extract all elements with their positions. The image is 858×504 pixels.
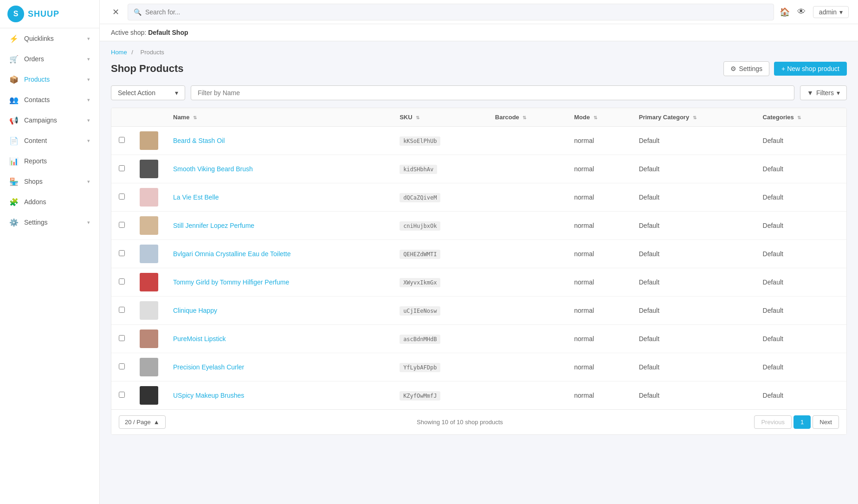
product-name-link[interactable]: Precision Eyelash Curler — [173, 363, 244, 371]
next-button[interactable]: Next — [813, 415, 839, 429]
filters-button[interactable]: ▼ Filters ▾ — [800, 85, 847, 100]
sidebar-item-shops[interactable]: 🏪 Shops ▾ — [0, 171, 99, 192]
logo-area: S SHUUP — [0, 0, 99, 28]
product-name-link[interactable]: USpicy Makeup Brushes — [173, 392, 244, 399]
product-name-link[interactable]: Bvlgari Omnia Crystalline Eau de Toilett… — [173, 250, 290, 258]
product-mode-cell: normal — [567, 297, 632, 325]
close-button[interactable]: ✕ — [109, 6, 122, 19]
product-barcode-cell — [488, 353, 567, 381]
product-mode-cell: normal — [567, 183, 632, 212]
sidebar-item-addons[interactable]: 🧩 Addons — [0, 192, 99, 212]
admin-menu-button[interactable]: admin ▾ — [813, 6, 849, 18]
product-sku-cell: cniHujbxOk — [392, 212, 488, 240]
sidebar-item-reports[interactable]: 📊 Reports — [0, 151, 99, 171]
product-primary-category-cell: Default — [632, 155, 755, 183]
col-primary-category[interactable]: Primary Category ⇅ — [632, 108, 755, 127]
sku-badge: uCjIEeNosw — [400, 306, 440, 316]
col-name[interactable]: Name ⇅ — [166, 108, 392, 127]
chevron-down-icon: ▾ — [87, 97, 90, 103]
chevron-down-icon: ▾ — [87, 138, 90, 144]
row-checkbox[interactable] — [119, 335, 125, 341]
row-checkbox[interactable] — [119, 307, 125, 313]
previous-button[interactable]: Previous — [754, 415, 792, 429]
per-page-button[interactable]: 20 / Page ▲ — [119, 415, 166, 429]
row-checkbox[interactable] — [119, 363, 125, 369]
product-image — [140, 330, 158, 348]
table-row: USpicy Makeup Brushes KZyfOwMmfJ normal … — [111, 381, 846, 410]
product-image-cell — [132, 268, 166, 297]
search-input[interactable] — [145, 8, 768, 16]
product-name-link[interactable]: Smooth Viking Beard Brush — [173, 165, 253, 173]
settings-button[interactable]: ⚙ Settings — [723, 61, 770, 76]
sidebar-item-label: Settings — [24, 219, 48, 226]
product-image — [140, 386, 158, 405]
sidebar-item-settings[interactable]: ⚙️ Settings ▾ — [0, 212, 99, 233]
product-name-link[interactable]: Clinique Happy — [173, 307, 217, 314]
product-primary-category-cell: Default — [632, 240, 755, 268]
chevron-down-icon: ▾ — [839, 8, 843, 16]
row-checkbox[interactable] — [119, 137, 125, 143]
sku-badge: KZyfOwMmfJ — [400, 391, 440, 401]
breadcrumb-home[interactable]: Home — [111, 49, 127, 56]
row-checkbox[interactable] — [119, 194, 125, 200]
page-1-button[interactable]: 1 — [793, 415, 811, 429]
product-image — [140, 273, 158, 291]
filter-by-name-input[interactable] — [191, 85, 794, 100]
chevron-down-icon: ▾ — [87, 36, 90, 42]
product-categories-cell: Default — [755, 240, 846, 268]
main-content: ✕ 🔍 🏠 👁 admin ▾ Active shop: Default Sho… — [100, 0, 858, 504]
product-name-link[interactable]: PureMoist Lipstick — [173, 335, 226, 342]
row-checkbox-cell — [111, 353, 132, 381]
sku-badge: cniHujbxOk — [400, 221, 440, 231]
sidebar-item-orders[interactable]: 🛒 Orders ▾ — [0, 49, 99, 69]
product-primary-category-cell: Default — [632, 268, 755, 297]
product-categories-cell: Default — [755, 127, 846, 155]
product-image-cell — [132, 183, 166, 212]
product-barcode-cell — [488, 183, 567, 212]
product-name-cell: Still Jennifer Lopez Perfume — [166, 212, 392, 240]
col-barcode[interactable]: Barcode ⇅ — [488, 108, 567, 127]
select-action-dropdown[interactable]: Select Action ▾ — [111, 85, 185, 100]
search-icon: 🔍 — [134, 8, 142, 16]
product-barcode-cell — [488, 268, 567, 297]
product-image — [140, 216, 158, 235]
product-categories-cell: Default — [755, 183, 846, 212]
sidebar-item-quicklinks[interactable]: ⚡ Quicklinks ▾ — [0, 28, 99, 49]
home-icon[interactable]: 🏠 — [780, 7, 790, 17]
row-checkbox-cell — [111, 212, 132, 240]
product-name-link[interactable]: Beard & Stash Oil — [173, 137, 225, 144]
row-checkbox-cell — [111, 297, 132, 325]
product-name-link[interactable]: Tommy Girld by Tommy Hilfiger Perfume — [173, 278, 289, 286]
product-image-cell — [132, 155, 166, 183]
sidebar-item-label: Campaigns — [24, 116, 57, 124]
col-sku[interactable]: SKU ⇅ — [392, 108, 488, 127]
col-categories[interactable]: Categories ⇅ — [755, 108, 846, 127]
product-categories-cell: Default — [755, 353, 846, 381]
row-checkbox[interactable] — [119, 222, 125, 228]
sidebar-item-contacts[interactable]: 👥 Contacts ▾ — [0, 90, 99, 110]
product-name-link[interactable]: Still Jennifer Lopez Perfume — [173, 222, 254, 229]
row-checkbox[interactable] — [119, 250, 125, 256]
table-row: Beard & Stash Oil kKSoElPhUb normal Defa… — [111, 127, 846, 155]
sort-icon: ⇅ — [797, 115, 801, 120]
product-mode-cell: normal — [567, 155, 632, 183]
table-footer: 20 / Page ▲ Showing 10 of 10 shop produc… — [111, 409, 846, 434]
row-checkbox[interactable] — [119, 165, 125, 171]
product-name-link[interactable]: La Vie Est Belle — [173, 194, 219, 201]
product-barcode-cell — [488, 240, 567, 268]
eye-icon[interactable]: 👁 — [797, 7, 806, 17]
breadcrumb: Home / Products — [111, 49, 847, 56]
sidebar-item-content[interactable]: 📄 Content ▾ — [0, 130, 99, 151]
table-row: Clinique Happy uCjIEeNosw normal Default… — [111, 297, 846, 325]
row-checkbox[interactable] — [119, 392, 125, 398]
sidebar-item-campaigns[interactable]: 📢 Campaigns ▾ — [0, 110, 99, 130]
new-shop-product-button[interactable]: + New shop product — [774, 62, 847, 76]
content-icon: 📄 — [9, 136, 19, 145]
sidebar-item-products[interactable]: 📦 Products ▾ — [0, 69, 99, 90]
row-checkbox-cell — [111, 325, 132, 353]
page-title: Shop Products — [111, 63, 183, 75]
product-mode-cell: normal — [567, 240, 632, 268]
active-shop-bar: Active shop: Default Shop — [100, 24, 858, 41]
row-checkbox[interactable] — [119, 278, 125, 284]
col-mode[interactable]: Mode ⇅ — [567, 108, 632, 127]
